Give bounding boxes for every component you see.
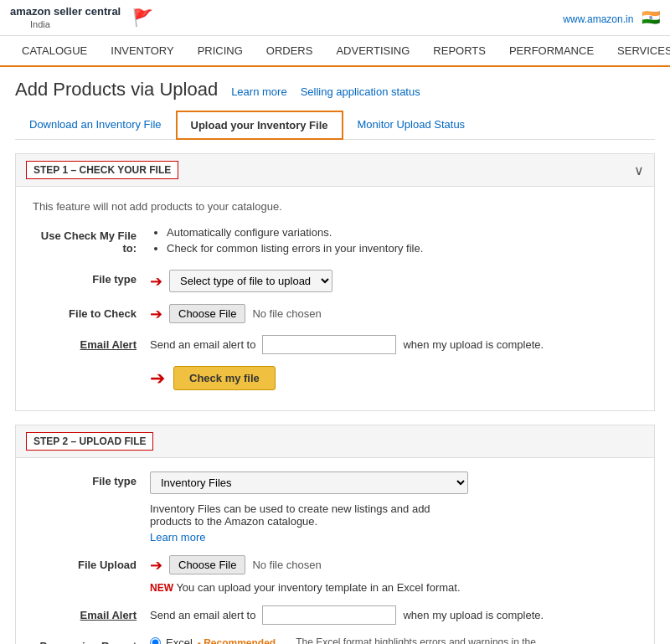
check-my-file-button[interactable]: Check my file — [173, 366, 276, 390]
step2-excel-row: Excel - Recommended — [150, 636, 276, 644]
page-title-row: Add Products via Upload Learn more Selli… — [15, 79, 655, 100]
step2-excel-desc: The Excel format highlights errors and w… — [289, 636, 540, 644]
step1-file-arrow-icon: ➔ — [150, 305, 162, 323]
bullet-item: Check for common listing errors in your … — [167, 242, 423, 255]
step2-arrow-icon: ➔ — [150, 556, 162, 574]
step1-file-type-label: File type — [33, 270, 150, 286]
learn-more-link[interactable]: Learn more — [231, 85, 286, 98]
tab-monitor[interactable]: Monitor Upload Status — [343, 111, 480, 139]
step1-bullets: Automatically configure variations. Chec… — [150, 226, 423, 258]
step2-email-input[interactable] — [262, 605, 396, 625]
page-content: Add Products via Upload Learn more Selli… — [0, 67, 670, 644]
step1-feature-note: This feature will not add products to yo… — [33, 200, 637, 213]
step1-file-type-row: File type ➔ Select type of file to uploa… — [33, 270, 637, 292]
step2-email-send-text: Send an email alert to — [150, 609, 255, 621]
step1-file-check-row: File to Check ➔ Choose File No file chos… — [33, 304, 637, 323]
step1-body: This feature will not add products to yo… — [16, 187, 654, 410]
step1-no-file-text: No file chosen — [252, 307, 321, 320]
tab-upload[interactable]: Upload your Inventory File — [176, 111, 343, 140]
step1-chevron-icon: ∨ — [634, 162, 644, 178]
step2-body: File type Inventory Files Inventory File… — [16, 458, 654, 644]
step2-email-when-text: when my upload is complete. — [403, 609, 544, 621]
step1-btn-row: ➔ Check my file — [150, 366, 637, 390]
step2-label: STEP 2 – UPLOAD FILE — [26, 432, 153, 451]
selling-status-link[interactable]: Selling application status — [301, 85, 420, 98]
nav-performance[interactable]: PERFORMANCE — [497, 36, 606, 65]
header: amazon seller central India 🚩 www.amazon… — [0, 0, 670, 36]
step2-header[interactable]: STEP 2 – UPLOAD FILE — [16, 425, 654, 458]
step1-label: STEP 1 – CHECK YOUR FILE — [26, 161, 178, 179]
step2-file-type-label: File type — [33, 471, 150, 487]
step1-use-check-label: Use Check My File to: — [33, 226, 150, 255]
step1-email-input[interactable] — [262, 335, 396, 354]
nav-pricing[interactable]: PRICING — [186, 36, 255, 65]
logo-area: amazon seller central India 🚩 — [10, 5, 153, 30]
step2-section: STEP 2 – UPLOAD FILE File type Inventory… — [15, 425, 655, 644]
nav-reports[interactable]: REPORTS — [421, 36, 497, 65]
bullet-item: Automatically configure variations. — [167, 226, 423, 239]
step1-email-send-text: Send an email alert to — [150, 338, 255, 351]
step1-file-type-control: ➔ Select type of file to upload — [150, 270, 332, 292]
tab-download[interactable]: Download an Inventory File — [15, 111, 176, 139]
page-title: Add Products via Upload — [15, 79, 218, 100]
nav-orders[interactable]: ORDERS — [255, 36, 325, 65]
step2-processing-row: Processing Report Format Excel - Recomme… — [33, 636, 637, 644]
step2-choose-file-button[interactable]: Choose File — [169, 555, 245, 574]
amazon-logo: amazon seller central India — [10, 5, 121, 30]
step1-use-check-row: Use Check My File to: Automatically conf… — [33, 226, 637, 258]
step1-file-check-label: File to Check — [33, 304, 150, 320]
step2-inventory-desc: Inventory Files can be used to create ne… — [150, 502, 468, 528]
step2-email-label: Email Alert — [33, 605, 150, 621]
step2-file-upload-label: File Upload — [33, 555, 150, 571]
step2-new-text: You can upload your inventory template i… — [176, 581, 460, 594]
step1-btn-arrow-icon: ➔ — [150, 368, 165, 389]
flag-icon: 🚩 — [132, 8, 153, 28]
step2-no-file-text: No file chosen — [252, 559, 321, 571]
step1-file-type-select[interactable]: Select type of file to upload — [169, 270, 332, 292]
step1-header[interactable]: STEP 1 – CHECK YOUR FILE ∨ — [16, 154, 654, 187]
step2-excel-radio[interactable] — [150, 637, 161, 644]
nav-inventory[interactable]: INVENTORY — [99, 36, 185, 65]
step2-file-type-row: File type Inventory Files Inventory File… — [33, 471, 637, 544]
nav-catalogue[interactable]: CATALOGUE — [10, 36, 99, 65]
step1-email-row: Email Alert Send an email alert to when … — [33, 335, 637, 354]
tabs-bar: Download an Inventory File Upload your I… — [15, 111, 655, 140]
nav-advertising[interactable]: ADVERTISING — [324, 36, 421, 65]
step2-email-row: Email Alert Send an email alert to when … — [33, 605, 637, 625]
main-nav: CATALOGUE INVENTORY PRICING ORDERS ADVER… — [0, 36, 670, 67]
step2-new-badge: NEW — [150, 582, 173, 594]
step2-learn-more-link[interactable]: Learn more — [150, 531, 468, 544]
step2-recommended-label: - Recommended — [198, 637, 276, 645]
nav-services[interactable]: SERVICES — [606, 36, 670, 65]
step2-processing-label: Processing Report Format — [33, 636, 150, 644]
step1-email-label: Email Alert — [33, 335, 150, 351]
step1-email-when-text: when my upload is complete. — [403, 338, 544, 351]
step1-arrow-icon: ➔ — [150, 272, 162, 291]
step2-file-type-select[interactable]: Inventory Files — [150, 471, 468, 494]
step2-excel-label: Excel — [166, 636, 193, 644]
india-flag-icon: 🇮🇳 — [642, 9, 660, 26]
step1-section: STEP 1 – CHECK YOUR FILE ∨ This feature … — [15, 153, 655, 411]
step2-file-upload-row: File Upload ➔ Choose File No file chosen… — [33, 555, 637, 594]
header-website: www.amazon.in 🇮🇳 — [563, 8, 660, 27]
step1-choose-file-button[interactable]: Choose File — [169, 304, 245, 323]
